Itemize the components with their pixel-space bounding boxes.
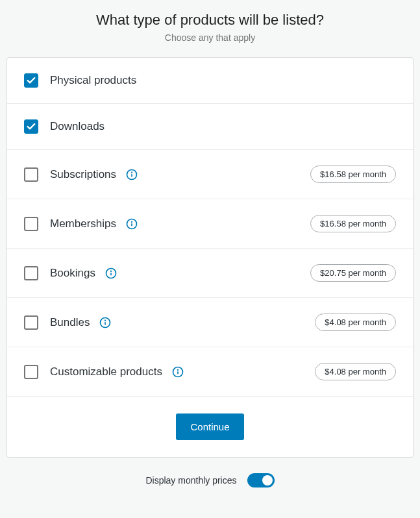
checkbox-memberships[interactable] <box>24 217 38 231</box>
checkbox-bookings[interactable] <box>24 266 38 280</box>
page-title: What type of products will be listed? <box>6 12 414 29</box>
check-icon <box>26 75 36 86</box>
toggle-area: Display monthly prices <box>6 473 414 487</box>
info-icon[interactable] <box>171 365 184 378</box>
svg-point-5 <box>132 221 132 222</box>
option-label[interactable]: Bundles <box>50 316 90 329</box>
svg-point-11 <box>105 320 106 321</box>
page-subtitle: Choose any that apply <box>6 32 414 43</box>
info-icon[interactable] <box>125 168 138 181</box>
info-icon[interactable] <box>105 267 117 280</box>
checkbox-subscriptions[interactable] <box>24 167 38 182</box>
continue-button[interactable]: Continue <box>176 413 243 440</box>
price-badge: $4.08 per month <box>315 314 396 331</box>
option-label[interactable]: Downloads <box>50 120 105 133</box>
toggle-label: Display monthly prices <box>145 475 236 486</box>
option-label[interactable]: Physical products <box>50 74 136 87</box>
check-icon <box>26 121 36 132</box>
list-item: Bundles $4.08 per month <box>7 298 413 347</box>
continue-area: Continue <box>7 397 413 457</box>
svg-point-8 <box>111 271 112 271</box>
svg-point-14 <box>178 369 179 370</box>
price-badge: $20.75 per month <box>310 264 396 282</box>
list-item: Memberships $16.58 per month <box>7 199 413 249</box>
list-item: Bookings $20.75 per month <box>7 249 413 298</box>
checkbox-customizable-products[interactable] <box>24 365 38 379</box>
svg-point-2 <box>132 172 132 173</box>
option-label[interactable]: Subscriptions <box>50 168 116 181</box>
list-item: Subscriptions $16.58 per month <box>7 150 413 199</box>
info-icon[interactable] <box>125 217 138 230</box>
price-badge: $4.08 per month <box>315 363 396 380</box>
display-monthly-prices-toggle[interactable] <box>247 473 275 487</box>
product-type-card: Physical products Downloads Subscription… <box>6 57 414 458</box>
checkbox-physical-products[interactable] <box>24 73 38 88</box>
info-icon[interactable] <box>99 316 112 329</box>
header: What type of products will be listed? Ch… <box>6 12 414 43</box>
price-badge: $16.58 per month <box>310 166 396 183</box>
toggle-thumb <box>262 475 273 486</box>
list-item: Downloads <box>7 104 413 150</box>
checkbox-bundles[interactable] <box>24 315 38 330</box>
option-label[interactable]: Customizable products <box>50 365 162 378</box>
option-label[interactable]: Memberships <box>50 217 116 230</box>
checkbox-downloads[interactable] <box>24 119 38 134</box>
list-item: Customizable products $4.08 per month <box>7 347 413 397</box>
list-item: Physical products <box>7 58 413 104</box>
option-label[interactable]: Bookings <box>50 267 95 280</box>
price-badge: $16.58 per month <box>310 215 396 232</box>
